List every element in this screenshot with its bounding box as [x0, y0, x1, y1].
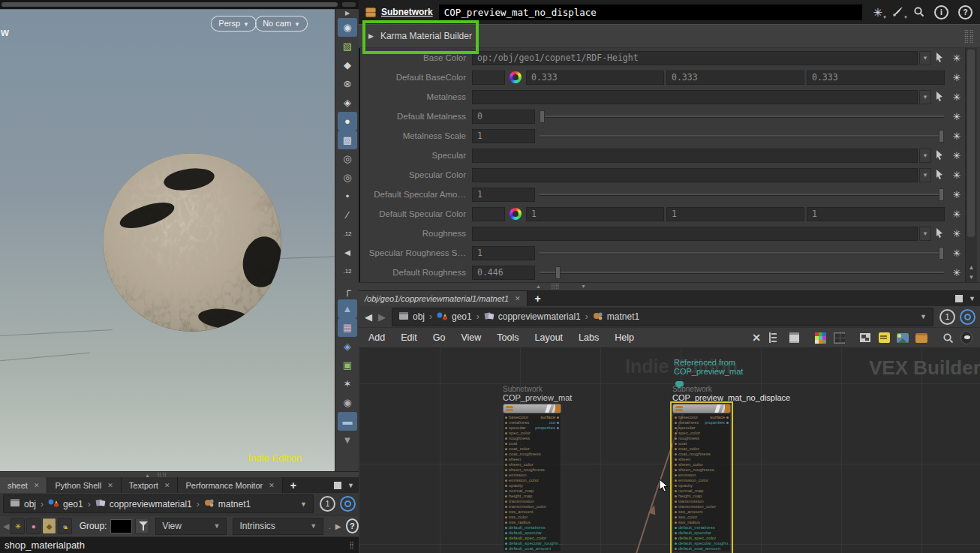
node-port-roughness[interactable]: roughness [504, 436, 561, 441]
view-persp-menu[interactable]: Persp▼ [211, 16, 257, 32]
breadcrumb-coppreviewmaterial1[interactable]: coppreviewmaterial1 [92, 498, 195, 509]
menu-labs[interactable]: Labs [579, 332, 599, 343]
color-component-input[interactable]: 1 [666, 207, 804, 221]
dropdown-button[interactable]: ▼ [919, 51, 931, 65]
splitter-bar[interactable] [2, 2, 338, 7]
input-port-dot[interactable] [505, 516, 507, 518]
camera-menu[interactable]: No cam▼ [255, 16, 308, 32]
reference-note[interactable]: Referenced from COP_preview_mat [674, 358, 743, 376]
output-port-dot[interactable] [557, 427, 559, 429]
close-icon[interactable]: ✕ [107, 482, 113, 489]
node-port-spec_color[interactable]: spec_color [673, 431, 730, 436]
new-tab-button[interactable]: + [283, 477, 304, 493]
color-wheel-icon[interactable] [510, 208, 522, 220]
number-input[interactable]: 1 [472, 188, 535, 202]
menu-layout[interactable]: Layout [535, 332, 564, 343]
help-icon[interactable]: ? [958, 5, 972, 20]
pane-link-number[interactable]: 1 [320, 496, 335, 512]
input-port-dot[interactable] [505, 500, 507, 503]
stereo-icon[interactable]: ◉ [338, 393, 357, 412]
input-port-dot[interactable] [675, 479, 677, 482]
play-icon[interactable]: ▶ [335, 522, 341, 530]
color-palette-icon[interactable] [814, 332, 826, 344]
input-port-dot[interactable] [505, 422, 507, 424]
param-slider[interactable] [540, 110, 944, 124]
color-component-input[interactable]: 0.333 [666, 71, 804, 85]
path-breadcrumb[interactable]: obj›geo1›coppreviewmaterial1›matnet1▼ [3, 494, 314, 513]
output-port-dot[interactable] [557, 422, 559, 424]
node-port-normal_map[interactable]: normal_map [504, 488, 561, 494]
node-port-default_specular[interactable]: default_specular [504, 530, 561, 536]
input-port-dot[interactable] [675, 490, 677, 492]
material-section-header[interactable]: ▶ Karma Material Builder ⣿⣿⣿⣿ [359, 24, 980, 48]
node-port-sheen[interactable]: sheen [504, 457, 561, 462]
param-slider[interactable] [540, 266, 944, 280]
network-editor[interactable]: Indie Edition VEX Builder Referenced fro… [359, 348, 980, 553]
node-port-sheen[interactable]: sheen [673, 457, 730, 462]
input-port-dot[interactable] [505, 453, 507, 455]
lock-icon[interactable]: ◆ [338, 56, 357, 74]
node-port-sss_radius[interactable]: sss_radius [504, 520, 561, 525]
tab-python-shell[interactable]: Python Shell✕ [47, 477, 121, 493]
input-port-dot[interactable] [505, 479, 507, 482]
prim-normals-icon[interactable]: ◄ [338, 243, 357, 262]
gear-menu-icon[interactable]: ✳▼ [873, 7, 882, 18]
input-port-dot[interactable] [505, 506, 507, 508]
dropdown-button[interactable]: ▼ [919, 227, 931, 241]
color-wheel-icon[interactable] [510, 71, 522, 83]
dropdown-button[interactable]: ▼ [919, 90, 931, 104]
input-port-dot[interactable] [505, 548, 507, 550]
node-header[interactable] [672, 404, 731, 413]
node-port-basecolor[interactable]: basecolorsurface [504, 415, 561, 420]
slider-handle[interactable] [939, 247, 944, 260]
node-port-emission_color[interactable]: emission_color [504, 478, 561, 483]
node-port-default_spec_color[interactable]: default_spec_color [504, 536, 561, 541]
tab-performance-monitor[interactable]: Performance Monitor✕ [178, 477, 282, 493]
node-port-default_specular_roughn…[interactable]: default_specular_roughn… [673, 541, 730, 546]
show-objects-icon[interactable]: ◎ [338, 149, 357, 168]
node-port-default_specular_roughn…[interactable]: default_specular_roughn… [504, 541, 561, 546]
output-port-dot[interactable] [557, 416, 559, 419]
material-icon[interactable]: ◈ [338, 337, 357, 356]
node-port-coat_roughness[interactable]: coat_roughness [504, 452, 561, 457]
menu-help[interactable]: Help [615, 332, 634, 343]
shaded-cube-icon[interactable]: ▩ [338, 131, 357, 149]
input-port-dot[interactable] [675, 506, 677, 508]
node-name-field[interactable]: COP_preview_mat_no_displace [439, 5, 863, 20]
tools-icon[interactable]: ✕ [750, 332, 762, 344]
output-port-dot[interactable] [726, 422, 729, 424]
group-box-icon[interactable]: ▣ [338, 356, 357, 374]
node-port-sss_color[interactable]: sss_color [504, 515, 561, 520]
input-port-dot[interactable] [675, 453, 677, 455]
tab-textport[interactable]: Textport✕ [122, 477, 179, 493]
input-port-dot[interactable] [675, 495, 677, 497]
node-port-default_coat_amount[interactable]: default_coat_amount [673, 546, 730, 551]
param-menu-gear-icon[interactable]: ✳ [950, 150, 963, 161]
input-port-dot[interactable] [505, 464, 507, 466]
parameter-scrollbar[interactable]: ▲ ▼ [965, 48, 977, 282]
node-port-sheen_roughness[interactable]: sheen_roughness [504, 467, 561, 473]
close-icon[interactable]: ✕ [515, 295, 521, 302]
panel-icon[interactable]: ▬ [338, 412, 357, 431]
dropdown-button[interactable]: ▼ [919, 168, 931, 182]
menu-tools[interactable]: Tools [497, 332, 519, 343]
node-port-default_coat_amount[interactable]: default_coat_amount [504, 546, 561, 551]
op-pick-icon[interactable] [933, 227, 947, 241]
profile-curves-icon[interactable]: ┌ [338, 281, 357, 299]
breadcrumb-coppreviewmaterial1[interactable]: coppreviewmaterial1 [481, 311, 584, 323]
splitter-collapse-up-icon[interactable]: ▲ [536, 284, 546, 289]
point-numbers-icon[interactable]: .12 [338, 224, 357, 243]
node-port-opacity[interactable]: opacity [673, 483, 730, 488]
node-port-height_map[interactable]: height_map [504, 494, 561, 499]
op-pick-icon[interactable] [933, 90, 947, 104]
pin-pane-icon[interactable] [340, 496, 356, 512]
input-port-dot[interactable] [675, 464, 677, 466]
param-menu-gear-icon[interactable]: ✳ [950, 228, 963, 239]
number-input[interactable]: 0.446 [472, 266, 535, 280]
light-diamond-icon[interactable]: ◈ [338, 93, 357, 112]
nav-back-icon[interactable]: ◀ [365, 311, 372, 323]
group-input[interactable] [110, 519, 132, 533]
oppath-input[interactable]: op:/obj/geo1/copnet1/RDF-Height [472, 51, 918, 65]
input-port-dot[interactable] [675, 521, 677, 524]
node-port-sheen_color[interactable]: sheen_color [673, 462, 730, 467]
